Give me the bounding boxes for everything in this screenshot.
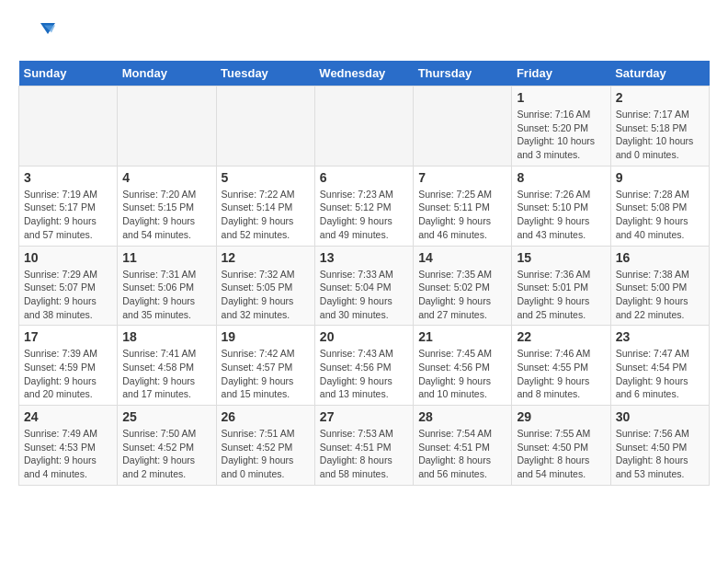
day-info: Sunrise: 7:36 AM Sunset: 5:01 PM Dayligh… [517, 268, 605, 322]
weekday-header-monday: Monday [118, 61, 216, 86]
day-info: Sunrise: 7:17 AM Sunset: 5:18 PM Dayligh… [616, 108, 704, 162]
day-info: Sunrise: 7:39 AM Sunset: 4:59 PM Dayligh… [24, 347, 112, 401]
weekday-header-saturday: Saturday [610, 61, 709, 86]
day-number: 13 [320, 250, 408, 265]
calendar-cell [118, 86, 216, 167]
calendar-cell: 8Sunrise: 7:26 AM Sunset: 5:10 PM Daylig… [512, 166, 610, 246]
calendar-week-row: 10Sunrise: 7:29 AM Sunset: 5:07 PM Dayli… [19, 246, 710, 326]
calendar-week-row: 3Sunrise: 7:19 AM Sunset: 5:17 PM Daylig… [19, 166, 710, 246]
calendar-cell: 5Sunrise: 7:22 AM Sunset: 5:14 PM Daylig… [216, 166, 314, 246]
day-number: 25 [122, 409, 210, 424]
day-info: Sunrise: 7:55 AM Sunset: 4:50 PM Dayligh… [517, 427, 605, 481]
calendar-cell: 19Sunrise: 7:42 AM Sunset: 4:57 PM Dayli… [216, 326, 314, 406]
day-number: 10 [24, 250, 112, 265]
calendar-cell: 7Sunrise: 7:25 AM Sunset: 5:11 PM Daylig… [414, 166, 512, 246]
day-number: 22 [517, 329, 605, 344]
calendar-cell: 26Sunrise: 7:51 AM Sunset: 4:52 PM Dayli… [216, 406, 314, 486]
day-number: 21 [418, 329, 506, 344]
day-number: 6 [320, 170, 408, 185]
day-number: 12 [222, 250, 310, 265]
day-info: Sunrise: 7:35 AM Sunset: 5:02 PM Dayligh… [418, 268, 506, 322]
weekday-header-tuesday: Tuesday [216, 61, 314, 86]
day-info: Sunrise: 7:33 AM Sunset: 5:04 PM Dayligh… [320, 268, 408, 322]
calendar-cell: 27Sunrise: 7:53 AM Sunset: 4:51 PM Dayli… [314, 406, 413, 486]
day-number: 17 [24, 329, 112, 344]
day-number: 26 [222, 409, 310, 424]
day-info: Sunrise: 7:49 AM Sunset: 4:53 PM Dayligh… [24, 427, 112, 481]
calendar-cell: 12Sunrise: 7:32 AM Sunset: 5:05 PM Dayli… [216, 246, 314, 326]
day-number: 24 [24, 409, 112, 424]
calendar-cell: 18Sunrise: 7:41 AM Sunset: 4:58 PM Dayli… [118, 326, 216, 406]
calendar-cell: 30Sunrise: 7:56 AM Sunset: 4:50 PM Dayli… [610, 406, 709, 486]
day-info: Sunrise: 7:53 AM Sunset: 4:51 PM Dayligh… [320, 427, 408, 481]
day-info: Sunrise: 7:20 AM Sunset: 5:15 PM Dayligh… [122, 188, 210, 242]
day-info: Sunrise: 7:56 AM Sunset: 4:50 PM Dayligh… [616, 427, 704, 481]
day-info: Sunrise: 7:46 AM Sunset: 4:55 PM Dayligh… [517, 347, 605, 401]
calendar-cell: 29Sunrise: 7:55 AM Sunset: 4:50 PM Dayli… [512, 406, 610, 486]
calendar-cell: 25Sunrise: 7:50 AM Sunset: 4:52 PM Dayli… [118, 406, 216, 486]
day-info: Sunrise: 7:45 AM Sunset: 4:56 PM Dayligh… [418, 347, 506, 401]
day-info: Sunrise: 7:23 AM Sunset: 5:12 PM Dayligh… [320, 188, 408, 242]
day-number: 2 [616, 90, 704, 105]
day-number: 20 [320, 329, 408, 344]
calendar-cell: 24Sunrise: 7:49 AM Sunset: 4:53 PM Dayli… [19, 406, 118, 486]
day-info: Sunrise: 7:22 AM Sunset: 5:14 PM Dayligh… [222, 188, 310, 242]
day-info: Sunrise: 7:19 AM Sunset: 5:17 PM Dayligh… [24, 188, 112, 242]
day-number: 18 [122, 329, 210, 344]
calendar-cell: 23Sunrise: 7:47 AM Sunset: 4:54 PM Dayli… [610, 326, 709, 406]
day-number: 5 [222, 170, 310, 185]
calendar-cell: 14Sunrise: 7:35 AM Sunset: 5:02 PM Dayli… [414, 246, 512, 326]
day-number: 28 [418, 409, 506, 424]
day-number: 23 [616, 329, 704, 344]
calendar-cell: 10Sunrise: 7:29 AM Sunset: 5:07 PM Dayli… [19, 246, 118, 326]
day-info: Sunrise: 7:31 AM Sunset: 5:06 PM Dayligh… [122, 268, 210, 322]
day-info: Sunrise: 7:54 AM Sunset: 4:51 PM Dayligh… [418, 427, 506, 481]
day-info: Sunrise: 7:51 AM Sunset: 4:52 PM Dayligh… [222, 427, 310, 481]
weekday-header-thursday: Thursday [414, 61, 512, 86]
day-info: Sunrise: 7:28 AM Sunset: 5:08 PM Dayligh… [616, 188, 704, 242]
day-number: 3 [24, 170, 112, 185]
calendar-cell: 21Sunrise: 7:45 AM Sunset: 4:56 PM Dayli… [414, 326, 512, 406]
calendar-week-row: 24Sunrise: 7:49 AM Sunset: 4:53 PM Dayli… [19, 406, 710, 486]
calendar-cell [314, 86, 413, 167]
calendar-week-row: 17Sunrise: 7:39 AM Sunset: 4:59 PM Dayli… [19, 326, 710, 406]
calendar-cell: 9Sunrise: 7:28 AM Sunset: 5:08 PM Daylig… [610, 166, 709, 246]
day-info: Sunrise: 7:16 AM Sunset: 5:20 PM Dayligh… [517, 108, 605, 162]
day-info: Sunrise: 7:25 AM Sunset: 5:11 PM Dayligh… [418, 188, 506, 242]
calendar-cell: 17Sunrise: 7:39 AM Sunset: 4:59 PM Dayli… [19, 326, 118, 406]
calendar-cell: 4Sunrise: 7:20 AM Sunset: 5:15 PM Daylig… [118, 166, 216, 246]
calendar-cell: 3Sunrise: 7:19 AM Sunset: 5:17 PM Daylig… [19, 166, 118, 246]
day-number: 8 [517, 170, 605, 185]
day-number: 11 [122, 250, 210, 265]
logo-icon [18, 18, 55, 46]
calendar-cell: 13Sunrise: 7:33 AM Sunset: 5:04 PM Dayli… [314, 246, 413, 326]
calendar-cell [19, 86, 118, 167]
weekday-header-wednesday: Wednesday [314, 61, 413, 86]
weekday-header-row: SundayMondayTuesdayWednesdayThursdayFrid… [19, 61, 710, 86]
calendar-cell: 15Sunrise: 7:36 AM Sunset: 5:01 PM Dayli… [512, 246, 610, 326]
weekday-header-sunday: Sunday [19, 61, 118, 86]
day-info: Sunrise: 7:43 AM Sunset: 4:56 PM Dayligh… [320, 347, 408, 401]
calendar-cell: 20Sunrise: 7:43 AM Sunset: 4:56 PM Dayli… [314, 326, 413, 406]
day-number: 29 [517, 409, 605, 424]
day-number: 1 [517, 90, 605, 105]
day-number: 7 [418, 170, 506, 185]
day-info: Sunrise: 7:42 AM Sunset: 4:57 PM Dayligh… [222, 347, 310, 401]
logo [18, 18, 57, 46]
calendar-week-row: 1Sunrise: 7:16 AM Sunset: 5:20 PM Daylig… [19, 86, 710, 167]
day-info: Sunrise: 7:26 AM Sunset: 5:10 PM Dayligh… [517, 188, 605, 242]
weekday-header-friday: Friday [512, 61, 610, 86]
calendar-cell: 6Sunrise: 7:23 AM Sunset: 5:12 PM Daylig… [314, 166, 413, 246]
calendar-cell: 1Sunrise: 7:16 AM Sunset: 5:20 PM Daylig… [512, 86, 610, 167]
day-info: Sunrise: 7:47 AM Sunset: 4:54 PM Dayligh… [616, 347, 704, 401]
day-number: 30 [616, 409, 704, 424]
day-info: Sunrise: 7:32 AM Sunset: 5:05 PM Dayligh… [222, 268, 310, 322]
calendar-cell: 2Sunrise: 7:17 AM Sunset: 5:18 PM Daylig… [610, 86, 709, 167]
day-number: 14 [418, 250, 506, 265]
day-info: Sunrise: 7:50 AM Sunset: 4:52 PM Dayligh… [122, 427, 210, 481]
day-number: 27 [320, 409, 408, 424]
day-number: 4 [122, 170, 210, 185]
calendar-cell: 11Sunrise: 7:31 AM Sunset: 5:06 PM Dayli… [118, 246, 216, 326]
calendar-cell [414, 86, 512, 167]
page-header [18, 18, 710, 46]
